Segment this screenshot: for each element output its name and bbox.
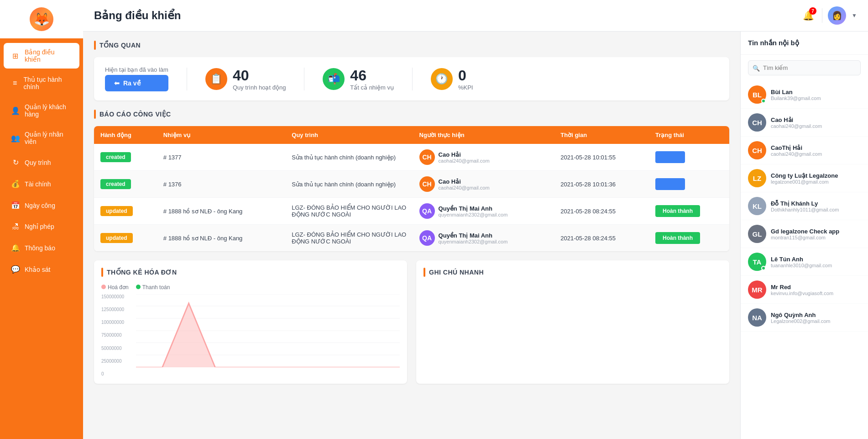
contact-item[interactable]: LZ Công ty Luật Legalzone legalzone001@g… xyxy=(741,164,868,192)
stat-kpi-info: 0 %KPI xyxy=(458,67,473,91)
tasks-value: 46 xyxy=(350,67,394,84)
kpi-value: 0 xyxy=(458,67,473,84)
contact-avatar: BL xyxy=(748,85,766,104)
cell-task: # 1376 xyxy=(157,171,285,198)
contact-item[interactable]: NA Ngô Quỳnh Anh Legalzone002@gmail.com xyxy=(741,304,868,332)
cell-time: 2021-05-28 10:01:55 xyxy=(554,144,649,171)
contact-info: Đỗ Thị Khánh Ly Dothikhanhly1011@gmail.c… xyxy=(771,200,839,212)
sidebar-item-attendance[interactable]: 📅Ngày công xyxy=(4,196,79,215)
nav-icon-workflow: ↻ xyxy=(11,158,20,167)
cell-action: updated xyxy=(94,225,157,252)
notification-badge: 7 xyxy=(809,7,816,15)
status-button[interactable] xyxy=(655,151,685,163)
nav-label-survey: Khảo sát xyxy=(25,266,50,273)
contact-info: Cao Hải caohai240@gmail.com xyxy=(771,116,822,129)
col-person: Người thực hiện xyxy=(413,126,554,144)
work-report-table: Hành động Nhiệm vụ Quy trình Người thực … xyxy=(94,126,729,251)
col-task: Nhiệm vụ xyxy=(157,126,285,144)
contact-name: Bùi Lan xyxy=(771,89,821,95)
sidebar-item-dashboard[interactable]: ⊞Bảng điều khiển xyxy=(4,43,79,69)
contact-email: montran115@gmail.com xyxy=(771,235,839,240)
person-cell: QA Quyền Thị Mai Anh quyenmaianh2302@gma… xyxy=(419,230,548,246)
search-icon: 🔍 xyxy=(753,64,760,71)
col-time: Thời gian xyxy=(554,126,649,144)
cell-task: # 1888 hồ sơ NLĐ - ông Kang xyxy=(157,198,285,225)
cell-action: created xyxy=(94,171,157,198)
messages-header: Tin nhắn nội bộ xyxy=(741,32,868,55)
stat-kpi: 🕐 0 %KPI xyxy=(431,67,473,91)
contact-info: Công ty Luật Legalzone legalzone001@gmai… xyxy=(771,172,838,185)
contact-name: Lê Tún Anh xyxy=(771,256,832,263)
tasks-label: Tất cả nhiệm vụ xyxy=(350,84,394,91)
contact-info: Ngô Quỳnh Anh Legalzone002@gmail.com xyxy=(771,312,830,324)
contact-name: Gd legalzone Check app xyxy=(771,228,839,235)
sidebar-item-notifications[interactable]: 🔔Thông báo xyxy=(4,238,79,258)
contact-avatar: KL xyxy=(748,197,766,215)
workflow-icon: 📋 xyxy=(205,68,227,90)
nav-icon-admin-procedures: ≡ xyxy=(11,79,19,87)
contact-item[interactable]: KL Đỗ Thị Khánh Ly Dothikhanhly1011@gmai… xyxy=(741,192,868,220)
legend-invoice: Hoá đơn xyxy=(101,284,129,291)
table-row: updated # 1888 hồ sơ NLĐ - ông Kang LGZ-… xyxy=(94,225,729,252)
sidebar-item-admin-procedures[interactable]: ≡Thủ tục hành chính xyxy=(4,70,79,96)
cell-process: Sửa thủ tục hành chính (doanh nghiệp) xyxy=(285,144,413,171)
status-button[interactable]: Hoàn thành xyxy=(655,205,700,217)
contact-item[interactable]: TA Lê Tún Anh tuananhle3010@gmail.com xyxy=(741,248,868,276)
invoice-chart-svg xyxy=(136,294,400,367)
action-badge: created xyxy=(100,179,131,189)
sidebar-item-finance[interactable]: 💰Tài chính xyxy=(4,174,79,194)
contact-info: Lê Tún Anh tuananhle3010@gmail.com xyxy=(771,256,832,268)
sidebar-item-leave[interactable]: 🏖Nghỉ phép xyxy=(4,217,79,236)
sidebar-item-workflow[interactable]: ↻Quy trình xyxy=(4,153,79,172)
nav-label-employee-mgmt: Quản lý nhân viên xyxy=(25,131,72,145)
nav-label-admin-procedures: Thủ tục hành chính xyxy=(23,76,72,90)
legend-payment: Thanh toán xyxy=(136,284,170,291)
checkout-button[interactable]: ⬅ Ra về xyxy=(105,75,168,91)
work-report-section-header: BÁO CÁO CÔNG VIỆC xyxy=(94,110,729,119)
action-badge: updated xyxy=(100,233,133,243)
cell-status: Hoàn thành xyxy=(649,225,729,252)
chart-y-labels: 150000000 125000000 100000000 75000000 5… xyxy=(101,294,134,376)
online-indicator xyxy=(761,99,766,103)
sidebar-item-employee-mgmt[interactable]: 👥Quản lý nhân viên xyxy=(4,125,79,151)
contact-item[interactable]: BL Bùi Lan Builank39@gmail.com xyxy=(741,81,868,109)
person-avatar: QA xyxy=(419,203,435,219)
kpi-label: %KPI xyxy=(458,84,473,91)
cell-task: # 1888 hồ sơ NLĐ - ông Kang xyxy=(157,225,285,252)
nav-label-dashboard: Bảng điều khiển xyxy=(25,48,72,63)
contact-item[interactable]: CH Cao Hải caohai240@gmail.com xyxy=(741,109,868,137)
person-avatar: CH xyxy=(419,176,435,192)
stat-sep-3 xyxy=(412,68,413,90)
person-cell: CH Cao Hải caohai240@gmail.com xyxy=(419,149,548,165)
sidebar-item-survey[interactable]: 💬Khảo sát xyxy=(4,259,79,279)
contact-item[interactable]: CH CaoThị Hải caohai240@gmail.com xyxy=(741,137,868,164)
nav-label-leave: Nghỉ phép xyxy=(25,223,54,230)
status-button[interactable] xyxy=(655,178,685,190)
search-input[interactable] xyxy=(748,60,861,75)
right-sidebar: Tin nhắn nội bộ 🔍 BL Bùi Lan Builank39@g… xyxy=(740,32,868,439)
contact-item[interactable]: MR Mr Red kevinvu.info@vugiasoft.com xyxy=(741,276,868,304)
person-avatar: QA xyxy=(419,230,435,246)
invoice-title: THỐNG KÊ HÓA ĐƠN xyxy=(107,269,177,276)
legend-dot-invoice xyxy=(101,285,106,289)
overview-section-header: TỔNG QUAN xyxy=(94,41,729,50)
contact-email: caohai240@gmail.com xyxy=(771,123,822,129)
stats-card: Hiện tại bạn đã vào làm ⬅ Ra về 📋 40 Quy… xyxy=(94,57,729,100)
user-avatar[interactable]: 👩 xyxy=(828,6,846,25)
sidebar-item-customer-mgmt[interactable]: 👤Quản lý khách hàng xyxy=(4,98,79,123)
work-report-table-card: Hành động Nhiệm vụ Quy trình Người thực … xyxy=(94,126,729,251)
status-button[interactable]: Hoàn thành xyxy=(655,232,700,244)
nav-icon-dashboard: ⊞ xyxy=(11,52,20,60)
section-bar-4 xyxy=(424,268,425,277)
chart-area: 150000000 125000000 100000000 75000000 5… xyxy=(101,294,400,376)
user-dropdown-icon[interactable]: ▼ xyxy=(852,12,857,19)
stat-tasks-info: 46 Tất cả nhiệm vụ xyxy=(350,67,394,91)
nav-icon-survey: 💬 xyxy=(11,265,20,274)
work-report-title: BÁO CÁO CÔNG VIỆC xyxy=(99,111,171,118)
contacts-list: BL Bùi Lan Builank39@gmail.com CH Cao Hả… xyxy=(741,81,868,439)
person-info: Quyền Thị Mai Anh quyenmaianh2302@gmail.… xyxy=(439,205,508,217)
cell-process: Sửa thủ tục hành chính (doanh nghiệp) xyxy=(285,171,413,198)
contact-email: Builank39@gmail.com xyxy=(771,95,821,101)
contact-item[interactable]: GL Gd legalzone Check app montran115@gma… xyxy=(741,220,868,248)
notification-button[interactable]: 🔔 7 xyxy=(800,7,816,24)
